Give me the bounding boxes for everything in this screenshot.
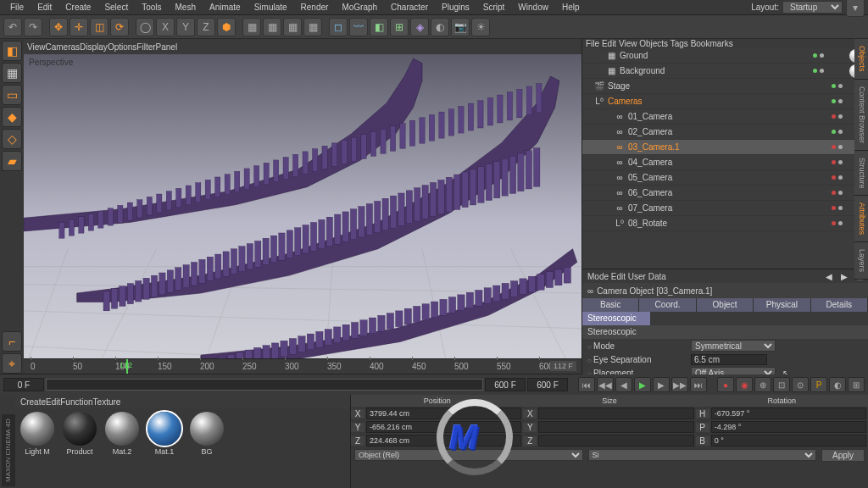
rot-h-input[interactable]	[711, 408, 866, 419]
mat-menu-texture[interactable]: Texture	[93, 397, 121, 407]
point-mode-icon[interactable]: ◆	[2, 107, 22, 127]
menu-simulate[interactable]: Simulate	[248, 1, 294, 14]
key-pos-icon[interactable]: ⊕	[754, 377, 771, 392]
key-param-icon[interactable]: P	[810, 377, 827, 392]
timeline-scrubber[interactable]	[46, 379, 483, 391]
size-z-input[interactable]	[538, 435, 693, 446]
menu-window[interactable]: Window	[511, 1, 555, 14]
cur-frame-input[interactable]	[527, 378, 568, 391]
side-tab-objects[interactable]: Objects	[854, 39, 868, 80]
side-tab-structure[interactable]: Structure	[854, 151, 868, 197]
edge-mode-icon[interactable]: ◇	[2, 129, 22, 149]
menu-plugins[interactable]: Plugins	[435, 1, 476, 14]
attr-menu-edit[interactable]: Edit	[611, 272, 626, 281]
menu-character[interactable]: Character	[384, 1, 435, 14]
obj-menu-objects[interactable]: Objects	[639, 39, 668, 48]
render-queue-icon[interactable]: ▦	[303, 18, 322, 36]
polygon-mode-icon[interactable]: ▰	[2, 151, 22, 171]
menu-mograph[interactable]: MoGraph	[335, 1, 384, 14]
material-product[interactable]: Product	[61, 412, 98, 456]
material-shelf[interactable]: Light MProductMat.2Mat.1BG	[15, 408, 350, 488]
menu-create[interactable]: Create	[58, 1, 97, 14]
menu-render[interactable]: Render	[294, 1, 336, 14]
prev-key-icon[interactable]: ◀◀	[597, 377, 614, 392]
render-view-icon[interactable]: ▦	[242, 18, 261, 36]
tree-row-05_camera[interactable]: ∞05_Camera	[582, 170, 868, 186]
select-tool-icon[interactable]: ✛	[70, 18, 88, 36]
camera-icon[interactable]: 📷	[451, 18, 470, 36]
material-mat-1[interactable]: Mat.1	[146, 412, 183, 456]
tab-basic[interactable]: Basic	[582, 298, 639, 312]
mat-menu-function[interactable]: Function	[60, 397, 92, 407]
undo-icon[interactable]: ↶	[3, 18, 22, 36]
next-frame-icon[interactable]: ▶	[653, 377, 670, 392]
vp-menu-options[interactable]: Options	[108, 42, 136, 52]
workplane-icon[interactable]: ▭	[2, 85, 22, 105]
key-scale-icon[interactable]: ⊡	[773, 377, 790, 392]
axis-x-icon[interactable]: X	[156, 18, 175, 36]
material-bg[interactable]: BG	[188, 412, 225, 456]
model-mode-icon[interactable]: ◧	[2, 41, 22, 61]
play-forward-icon[interactable]: ▶	[634, 377, 651, 392]
tree-row-background[interactable]: ▦Background	[582, 64, 868, 79]
axis-tool-icon[interactable]: ⌐	[2, 331, 22, 352]
tree-row-04_camera[interactable]: ∞04_Camera	[582, 155, 868, 170]
mat-menu-edit[interactable]: Edit	[46, 397, 60, 407]
tree-row-01_camera[interactable]: ∞01_Camera	[582, 109, 868, 125]
menu-animate[interactable]: Animate	[203, 1, 248, 14]
menu-select[interactable]: Select	[97, 1, 135, 14]
vp-menu-view[interactable]: View	[27, 42, 46, 52]
obj-menu-edit[interactable]: Edit	[602, 39, 616, 48]
menu-edit[interactable]: Edit	[31, 1, 58, 14]
cube-primitive-icon[interactable]: ◻	[329, 18, 348, 36]
redo-icon[interactable]: ↷	[24, 18, 42, 36]
menu-script[interactable]: Script	[476, 1, 512, 14]
timeline-ruler[interactable]: 050100150200250300350400450500550600 112…	[24, 358, 581, 374]
pos-x-input[interactable]	[366, 408, 521, 419]
render-pv-icon[interactable]: ▦	[263, 18, 281, 36]
menu-mesh[interactable]: Mesh	[169, 1, 203, 14]
nav-back-icon[interactable]: ◀	[826, 272, 832, 281]
key-rot-icon[interactable]: ⊙	[792, 377, 809, 392]
coord-ref-select[interactable]: Object (Rel)	[354, 449, 583, 461]
rotate-tool-icon[interactable]: ⟳	[110, 18, 129, 36]
axis-y-icon[interactable]: Y	[176, 18, 195, 36]
tree-row-07_camera[interactable]: ∞07_Camera	[582, 201, 868, 216]
vp-menu-cameras[interactable]: Cameras	[46, 42, 81, 52]
size-y-input[interactable]	[538, 421, 693, 433]
tree-row-stage[interactable]: 🎬Stage	[582, 79, 868, 94]
pos-z-input[interactable]	[366, 435, 521, 446]
side-tab-attributes[interactable]: Attributes	[854, 196, 868, 242]
eye-separation-input[interactable]	[691, 354, 767, 365]
nurbs-icon[interactable]: ◧	[370, 18, 388, 36]
nav-fwd-icon[interactable]: ▶	[841, 272, 848, 281]
menu-file[interactable]: File	[3, 1, 31, 14]
goto-end-icon[interactable]: ⏭	[690, 377, 707, 392]
obj-menu-view[interactable]: View	[619, 39, 637, 48]
tree-row-cameras[interactable]: L⁰Cameras	[582, 94, 868, 109]
tab-details[interactable]: Details	[811, 298, 868, 312]
coord-scale-select[interactable]: Si	[588, 449, 817, 461]
tab-object[interactable]: Object	[697, 298, 754, 312]
layout-config-icon[interactable]: ▾	[846, 0, 865, 17]
vp-menu-display[interactable]: Display	[80, 42, 108, 52]
prev-frame-icon[interactable]: ◀	[615, 377, 632, 392]
deformer-icon[interactable]: ◈	[410, 18, 429, 36]
obj-menu-tags[interactable]: Tags	[670, 39, 688, 48]
rot-b-input[interactable]	[711, 435, 866, 446]
tree-row-ground[interactable]: ▦Ground	[582, 48, 868, 64]
axis-z-icon[interactable]: Z	[197, 18, 215, 36]
move-tool-icon[interactable]: ✥	[49, 18, 68, 36]
tree-row-08_rotate[interactable]: L⁰08_Rotate	[582, 216, 868, 231]
layout-select[interactable]: Startup	[782, 1, 843, 14]
scale-tool-icon[interactable]: ◫	[90, 18, 108, 36]
menu-help[interactable]: Help	[555, 1, 587, 14]
side-tab-content-browser[interactable]: Content Browser	[854, 80, 868, 151]
tab-coord[interactable]: Coord.	[639, 298, 696, 312]
coord-sys-icon[interactable]: ⬢	[217, 18, 236, 36]
tree-row-06_camera[interactable]: ∞06_Camera	[582, 186, 868, 201]
obj-menu-file[interactable]: File	[586, 39, 599, 48]
tab-stereoscopic[interactable]: Stereoscopic	[582, 312, 650, 325]
object-tree[interactable]: ▦Ground▦Background🎬StageL⁰Cameras∞01_Cam…	[582, 48, 868, 269]
menu-tools[interactable]: Tools	[135, 1, 168, 14]
